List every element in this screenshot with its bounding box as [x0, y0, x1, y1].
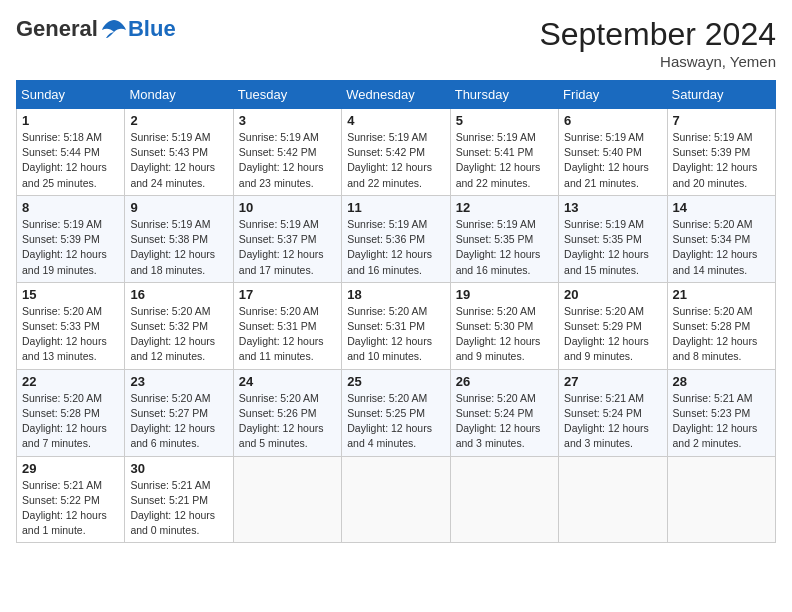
day-number: 4	[347, 113, 444, 128]
day-info: Sunrise: 5:21 AM Sunset: 5:24 PM Dayligh…	[564, 391, 661, 452]
calendar-cell: 17Sunrise: 5:20 AM Sunset: 5:31 PM Dayli…	[233, 282, 341, 369]
day-info: Sunrise: 5:20 AM Sunset: 5:28 PM Dayligh…	[22, 391, 119, 452]
day-number: 25	[347, 374, 444, 389]
weekday-header-saturday: Saturday	[667, 81, 775, 109]
day-number: 10	[239, 200, 336, 215]
day-number: 6	[564, 113, 661, 128]
calendar-cell: 25Sunrise: 5:20 AM Sunset: 5:25 PM Dayli…	[342, 369, 450, 456]
day-number: 24	[239, 374, 336, 389]
day-info: Sunrise: 5:20 AM Sunset: 5:26 PM Dayligh…	[239, 391, 336, 452]
calendar-cell: 30Sunrise: 5:21 AM Sunset: 5:21 PM Dayli…	[125, 456, 233, 543]
day-info: Sunrise: 5:21 AM Sunset: 5:23 PM Dayligh…	[673, 391, 770, 452]
weekday-header-sunday: Sunday	[17, 81, 125, 109]
day-info: Sunrise: 5:19 AM Sunset: 5:42 PM Dayligh…	[347, 130, 444, 191]
weekday-header-wednesday: Wednesday	[342, 81, 450, 109]
day-number: 16	[130, 287, 227, 302]
calendar-cell: 12Sunrise: 5:19 AM Sunset: 5:35 PM Dayli…	[450, 195, 558, 282]
month-title: September 2024	[539, 16, 776, 53]
day-info: Sunrise: 5:19 AM Sunset: 5:42 PM Dayligh…	[239, 130, 336, 191]
calendar-cell	[450, 456, 558, 543]
day-number: 18	[347, 287, 444, 302]
weekday-header-friday: Friday	[559, 81, 667, 109]
day-number: 20	[564, 287, 661, 302]
weekday-header-monday: Monday	[125, 81, 233, 109]
weekday-header-tuesday: Tuesday	[233, 81, 341, 109]
day-info: Sunrise: 5:20 AM Sunset: 5:28 PM Dayligh…	[673, 304, 770, 365]
calendar-cell: 10Sunrise: 5:19 AM Sunset: 5:37 PM Dayli…	[233, 195, 341, 282]
day-number: 30	[130, 461, 227, 476]
day-info: Sunrise: 5:21 AM Sunset: 5:21 PM Dayligh…	[130, 478, 227, 539]
calendar-cell: 21Sunrise: 5:20 AM Sunset: 5:28 PM Dayli…	[667, 282, 775, 369]
day-number: 23	[130, 374, 227, 389]
calendar-cell: 4Sunrise: 5:19 AM Sunset: 5:42 PM Daylig…	[342, 109, 450, 196]
day-number: 22	[22, 374, 119, 389]
day-number: 5	[456, 113, 553, 128]
calendar-cell: 6Sunrise: 5:19 AM Sunset: 5:40 PM Daylig…	[559, 109, 667, 196]
day-info: Sunrise: 5:19 AM Sunset: 5:36 PM Dayligh…	[347, 217, 444, 278]
day-info: Sunrise: 5:21 AM Sunset: 5:22 PM Dayligh…	[22, 478, 119, 539]
day-number: 27	[564, 374, 661, 389]
day-info: Sunrise: 5:18 AM Sunset: 5:44 PM Dayligh…	[22, 130, 119, 191]
day-info: Sunrise: 5:19 AM Sunset: 5:41 PM Dayligh…	[456, 130, 553, 191]
day-number: 7	[673, 113, 770, 128]
day-number: 21	[673, 287, 770, 302]
day-number: 28	[673, 374, 770, 389]
calendar-week-row: 15Sunrise: 5:20 AM Sunset: 5:33 PM Dayli…	[17, 282, 776, 369]
calendar-cell: 19Sunrise: 5:20 AM Sunset: 5:30 PM Dayli…	[450, 282, 558, 369]
day-number: 8	[22, 200, 119, 215]
calendar-week-row: 8Sunrise: 5:19 AM Sunset: 5:39 PM Daylig…	[17, 195, 776, 282]
calendar-cell: 26Sunrise: 5:20 AM Sunset: 5:24 PM Dayli…	[450, 369, 558, 456]
calendar-cell: 16Sunrise: 5:20 AM Sunset: 5:32 PM Dayli…	[125, 282, 233, 369]
day-number: 11	[347, 200, 444, 215]
day-info: Sunrise: 5:20 AM Sunset: 5:24 PM Dayligh…	[456, 391, 553, 452]
day-number: 17	[239, 287, 336, 302]
day-info: Sunrise: 5:19 AM Sunset: 5:35 PM Dayligh…	[564, 217, 661, 278]
calendar-cell	[667, 456, 775, 543]
day-info: Sunrise: 5:20 AM Sunset: 5:25 PM Dayligh…	[347, 391, 444, 452]
day-info: Sunrise: 5:20 AM Sunset: 5:31 PM Dayligh…	[239, 304, 336, 365]
day-number: 2	[130, 113, 227, 128]
logo-bird-icon	[100, 18, 128, 40]
calendar-header-row: SundayMondayTuesdayWednesdayThursdayFrid…	[17, 81, 776, 109]
calendar-cell: 22Sunrise: 5:20 AM Sunset: 5:28 PM Dayli…	[17, 369, 125, 456]
day-number: 12	[456, 200, 553, 215]
day-info: Sunrise: 5:19 AM Sunset: 5:39 PM Dayligh…	[673, 130, 770, 191]
day-info: Sunrise: 5:20 AM Sunset: 5:27 PM Dayligh…	[130, 391, 227, 452]
day-number: 26	[456, 374, 553, 389]
calendar-cell: 28Sunrise: 5:21 AM Sunset: 5:23 PM Dayli…	[667, 369, 775, 456]
weekday-header-thursday: Thursday	[450, 81, 558, 109]
day-info: Sunrise: 5:19 AM Sunset: 5:38 PM Dayligh…	[130, 217, 227, 278]
logo: General Blue	[16, 16, 176, 42]
calendar-week-row: 22Sunrise: 5:20 AM Sunset: 5:28 PM Dayli…	[17, 369, 776, 456]
day-number: 19	[456, 287, 553, 302]
day-info: Sunrise: 5:19 AM Sunset: 5:39 PM Dayligh…	[22, 217, 119, 278]
day-info: Sunrise: 5:20 AM Sunset: 5:32 PM Dayligh…	[130, 304, 227, 365]
calendar-cell: 2Sunrise: 5:19 AM Sunset: 5:43 PM Daylig…	[125, 109, 233, 196]
calendar-week-row: 29Sunrise: 5:21 AM Sunset: 5:22 PM Dayli…	[17, 456, 776, 543]
calendar-cell: 18Sunrise: 5:20 AM Sunset: 5:31 PM Dayli…	[342, 282, 450, 369]
day-number: 14	[673, 200, 770, 215]
day-number: 29	[22, 461, 119, 476]
calendar-cell	[233, 456, 341, 543]
logo-general-text: General	[16, 16, 98, 42]
calendar-cell: 23Sunrise: 5:20 AM Sunset: 5:27 PM Dayli…	[125, 369, 233, 456]
day-info: Sunrise: 5:19 AM Sunset: 5:37 PM Dayligh…	[239, 217, 336, 278]
day-info: Sunrise: 5:19 AM Sunset: 5:40 PM Dayligh…	[564, 130, 661, 191]
day-number: 13	[564, 200, 661, 215]
calendar-cell: 9Sunrise: 5:19 AM Sunset: 5:38 PM Daylig…	[125, 195, 233, 282]
calendar-cell: 1Sunrise: 5:18 AM Sunset: 5:44 PM Daylig…	[17, 109, 125, 196]
location-subtitle: Haswayn, Yemen	[539, 53, 776, 70]
day-number: 15	[22, 287, 119, 302]
title-block: September 2024 Haswayn, Yemen	[539, 16, 776, 70]
calendar-cell: 13Sunrise: 5:19 AM Sunset: 5:35 PM Dayli…	[559, 195, 667, 282]
calendar-cell: 8Sunrise: 5:19 AM Sunset: 5:39 PM Daylig…	[17, 195, 125, 282]
day-info: Sunrise: 5:20 AM Sunset: 5:29 PM Dayligh…	[564, 304, 661, 365]
calendar-cell: 24Sunrise: 5:20 AM Sunset: 5:26 PM Dayli…	[233, 369, 341, 456]
page-header: General Blue September 2024 Haswayn, Yem…	[16, 16, 776, 70]
calendar-cell: 29Sunrise: 5:21 AM Sunset: 5:22 PM Dayli…	[17, 456, 125, 543]
day-info: Sunrise: 5:19 AM Sunset: 5:43 PM Dayligh…	[130, 130, 227, 191]
day-number: 9	[130, 200, 227, 215]
calendar-cell	[342, 456, 450, 543]
calendar-table: SundayMondayTuesdayWednesdayThursdayFrid…	[16, 80, 776, 543]
calendar-cell: 5Sunrise: 5:19 AM Sunset: 5:41 PM Daylig…	[450, 109, 558, 196]
